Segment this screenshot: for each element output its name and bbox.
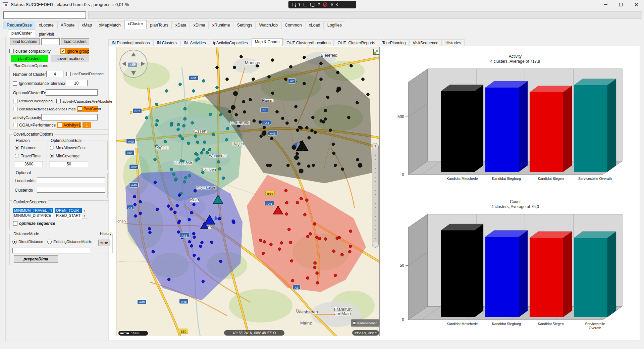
tab-xload[interactable]: xLoad [306,21,324,29]
optional-cluster-ids-field[interactable] [46,89,98,96]
cluster-tab-visitsequence[interactable]: VisitSequence [409,39,442,46]
activity-eq1-checkbox[interactable] [58,123,62,127]
cluster-black-location-dot [231,105,235,109]
cluster-tab-out-clusterreports[interactable]: OUT_ClusterReports [334,39,378,46]
map-canvas[interactable]: A31A2A2A57A44A46A40A61A52A46A4B54A45A61A… [116,47,380,336]
list-item-minimum-distance[interactable]: MINIMUM_DISTANCE [13,213,53,218]
list-item-minimum-travel-ti[interactable]: MINIMUM_TRAVEL_TI [13,208,53,213]
cluster-red-location-dot [290,259,293,262]
post-cover-checkbox[interactable] [78,106,82,111]
cluster-blue-location-dot [148,227,151,230]
distance-matrix-field[interactable] [12,248,90,253]
plan-clusters-button[interactable]: planClusters [11,55,48,62]
activity-capacities-absolute-checkbox[interactable] [56,99,61,103]
load-locations-button[interactable]: load locations [10,38,40,45]
distance-radio[interactable] [15,146,19,150]
activity-capacity-field[interactable] [41,114,98,120]
close-button[interactable] [629,0,644,9]
cursor-icon[interactable] [299,3,301,7]
pan-west-icon[interactable] [122,61,126,66]
map-layout-icon[interactable] [373,49,379,55]
tab-xdima[interactable]: xDima [190,21,208,29]
number-of-clusters-field[interactable] [46,71,63,77]
flush-button[interactable]: flush [98,240,110,246]
minimize-button[interactable] [598,0,613,9]
travel-time-radio[interactable] [15,154,19,158]
tour-mode-listbox[interactable]: MINIMUM_TRAVEL_TIMINIMUM_DISTANCE [13,208,53,219]
maximize-button[interactable] [613,0,629,9]
display-icon[interactable] [310,3,315,6]
cluster-red-location-dot [332,250,335,253]
category-label: Kandidat Siegburg [492,322,521,326]
ignore-group-checkbox[interactable] [61,49,65,53]
tab-xcluster[interactable]: xCluster [124,20,147,29]
tab-common[interactable]: Common [281,21,305,29]
zoom-in-button[interactable]: + [373,144,378,149]
cluster-tab-histories[interactable]: Histories [442,39,465,46]
cluster-black-location-dot [358,163,362,167]
pan-south-icon[interactable] [131,71,136,75]
tab-settings[interactable]: Settings [234,21,256,29]
cluster-tab-tpactivitycapacities[interactable]: tpActivityCapacities [210,39,251,46]
tour-type-listbox[interactable]: OPEN_TOURFIXED_START▲▼ [55,208,87,219]
prepare-dima-button[interactable]: prepareDima [14,255,58,263]
scroll-down-icon[interactable]: ▼ [82,213,87,219]
subtab-plancluster[interactable]: planCluster [8,30,35,37]
close-icon[interactable] [330,3,333,6]
scroll-up-icon[interactable]: ▲ [82,208,87,213]
application-window: { "window": { "title": "Status=SUCCEEDED… [0,0,644,349]
zoom-slider[interactable]: + − [372,143,379,248]
capture-area-icon[interactable] [292,3,296,6]
horizon-value-field[interactable] [15,161,43,167]
cluster-black-location-dot [332,143,335,146]
direct-distance-radio[interactable] [12,240,17,244]
cluster-tab-map-charts[interactable]: Map & Charts [252,38,283,46]
cluster-tab-in-clusters[interactable]: IN Clusters [153,39,180,46]
tab-xdata[interactable]: xData [172,21,190,29]
pan-north-icon[interactable] [131,52,136,56]
ignore-imbalance-field[interactable] [65,80,88,86]
frame-icon[interactable] [304,3,307,6]
ignore-imbalance-checkbox[interactable] [13,81,17,86]
cluster-tab-out-clusteredlocations[interactable]: OUT ClusteredLocations [283,39,334,46]
pan-east-icon[interactable] [141,61,145,66]
collapse-icon[interactable] [336,3,339,6]
road-badge-label: A40 [128,140,134,143]
location-ids-field[interactable] [37,178,105,183]
optimize-sequence-checkbox[interactable] [13,221,17,226]
cluster-ids-field[interactable] [37,187,105,193]
cluster-tab-in-activities[interactable]: IN_Activities [180,39,209,46]
map-layers-button[interactable]: Kartenebenen [351,319,379,327]
optimization-goal-value-field[interactable] [50,161,88,167]
cluster-tab-in-planninglocations[interactable]: IN PlanningLocations [108,39,153,46]
tab-plantours[interactable]: planTours [147,21,172,29]
tab-xruntime[interactable]: xRuntime [209,21,233,29]
min-coverage-radio[interactable] [50,154,54,158]
use-travel-distance-checkbox[interactable] [66,72,71,76]
reduce-overlapping-checkbox[interactable] [13,99,17,103]
category-label: Kandidat Meschede [447,177,478,181]
count-chart: Count4 clusters, Average of 75,0050Kandi… [391,196,626,340]
tab-watchjob[interactable]: WatchJob [256,21,281,29]
activity-eq1-field[interactable] [83,122,91,128]
tab-logfiles[interactable]: Logfiles [324,21,345,29]
listbox-scrollbar[interactable]: ▲▼ [82,208,87,219]
existing-distance-matrix-radio[interactable] [47,240,52,244]
load-count-field[interactable] [41,38,60,45]
cluster-compatibility-checkbox[interactable] [9,49,14,53]
record-blocked-icon[interactable] [323,2,327,7]
goal-performance-checkbox[interactable] [13,123,17,127]
city-label-wiesbaden: Wiesbaden [296,309,318,314]
consider-activities-checkbox[interactable] [13,107,17,111]
load-clusters-button[interactable]: load clusters [61,38,89,45]
zoom-out-button[interactable]: − [373,242,378,247]
map-view[interactable]: A31A2A2A57A44A46A40A61A52A46A4B54A45A61A… [116,47,380,336]
cluster-red-location-dot [313,266,316,269]
cluster-red-location-dot [314,262,317,265]
cluster-black-location-dot [242,100,245,103]
pan-compass[interactable] [119,50,148,78]
max-allowed-cost-radio[interactable] [50,146,54,150]
cluster-tab-tourplanning[interactable]: TourPlanning [379,39,409,46]
zoom-track[interactable] [375,151,376,239]
cover-locations-button[interactable]: coverLocations [51,55,89,62]
